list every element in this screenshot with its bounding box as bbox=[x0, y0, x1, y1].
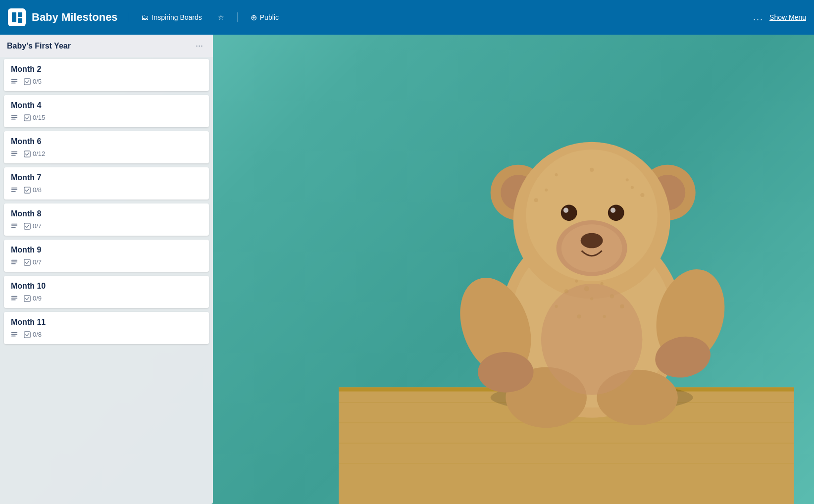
list-panel: Baby's First Year ··· Month 2 bbox=[0, 35, 213, 504]
card-month9[interactable]: Month 9 0/7 bbox=[4, 240, 209, 272]
app-title: Baby Milestones bbox=[32, 11, 118, 24]
description-icon bbox=[11, 223, 18, 230]
card-title: Month 10 bbox=[11, 282, 202, 291]
card-title: Month 7 bbox=[11, 173, 202, 182]
card-meta: 0/7 bbox=[11, 222, 202, 230]
svg-point-34 bbox=[555, 305, 558, 308]
card-month6[interactable]: Month 6 0/12 bbox=[4, 131, 209, 163]
svg-point-35 bbox=[620, 304, 624, 308]
list-menu-button[interactable]: ··· bbox=[193, 40, 206, 52]
card-title: Month 11 bbox=[11, 318, 202, 327]
svg-rect-61 bbox=[24, 187, 30, 193]
card-title: Month 4 bbox=[11, 101, 202, 110]
svg-rect-70 bbox=[11, 296, 17, 297]
app-logo[interactable] bbox=[8, 8, 26, 26]
description-icon bbox=[11, 295, 18, 302]
card-title: Month 2 bbox=[11, 65, 202, 74]
svg-rect-75 bbox=[11, 334, 17, 335]
card-month4[interactable]: Month 4 0/15 bbox=[4, 95, 209, 127]
checklist-count: 0/15 bbox=[33, 114, 45, 121]
public-button[interactable]: ⊕ Public bbox=[246, 10, 284, 25]
card-month2[interactable]: Month 2 0/5 bbox=[4, 59, 209, 91]
svg-point-38 bbox=[603, 315, 606, 318]
checklist-icon: 0/15 bbox=[24, 114, 45, 121]
svg-rect-56 bbox=[11, 154, 16, 155]
card-meta: 0/5 bbox=[11, 78, 202, 85]
inspiring-boards-button[interactable]: 🗂 Inspiring Boards bbox=[136, 10, 207, 25]
svg-rect-50 bbox=[11, 115, 17, 116]
svg-rect-77 bbox=[24, 331, 30, 337]
svg-point-43 bbox=[555, 173, 558, 176]
svg-rect-47 bbox=[11, 81, 17, 82]
svg-rect-71 bbox=[11, 298, 17, 299]
svg-point-30 bbox=[575, 280, 578, 283]
svg-point-25 bbox=[561, 204, 577, 221]
svg-rect-67 bbox=[11, 261, 17, 262]
description-icon bbox=[11, 78, 18, 85]
description-icon bbox=[11, 151, 18, 157]
svg-point-33 bbox=[610, 294, 614, 298]
checklist-icon: 0/7 bbox=[24, 258, 42, 266]
svg-rect-57 bbox=[24, 151, 30, 156]
checklist-count: 0/9 bbox=[33, 295, 42, 302]
description-icon bbox=[11, 114, 18, 121]
card-title: Month 9 bbox=[11, 246, 202, 254]
svg-point-44 bbox=[626, 178, 629, 181]
checklist-icon: 0/8 bbox=[24, 331, 42, 338]
checklist-icon: 0/9 bbox=[24, 295, 42, 302]
checklist-icon: 0/7 bbox=[24, 222, 42, 230]
svg-rect-62 bbox=[11, 223, 17, 224]
svg-rect-64 bbox=[11, 227, 16, 228]
cards-container[interactable]: Month 2 0/5 Month 4 bbox=[0, 57, 213, 504]
svg-rect-52 bbox=[11, 118, 16, 119]
inspiring-boards-label: Inspiring Boards bbox=[152, 13, 202, 21]
card-meta: 0/8 bbox=[11, 331, 202, 338]
checklist-icon: 0/8 bbox=[24, 186, 42, 194]
svg-rect-73 bbox=[24, 295, 30, 301]
svg-point-40 bbox=[545, 189, 548, 192]
card-meta: 0/8 bbox=[11, 186, 202, 194]
card-month7[interactable]: Month 7 0/8 bbox=[4, 167, 209, 200]
checklist-count: 0/12 bbox=[33, 150, 45, 157]
checklist-icon: 0/12 bbox=[24, 150, 45, 157]
svg-rect-53 bbox=[24, 114, 30, 120]
card-month8[interactable]: Month 8 0/7 bbox=[4, 203, 209, 236]
globe-icon: ⊕ bbox=[251, 13, 257, 22]
checklist-count: 0/7 bbox=[33, 258, 42, 266]
star-icon: ☆ bbox=[218, 13, 224, 21]
svg-rect-72 bbox=[11, 299, 16, 300]
svg-rect-65 bbox=[24, 223, 30, 229]
star-button[interactable]: ☆ bbox=[213, 10, 229, 24]
show-menu-button[interactable]: Show Menu bbox=[769, 13, 806, 21]
teddy-bear-illustration bbox=[294, 58, 814, 504]
svg-rect-48 bbox=[11, 82, 16, 83]
board-area: Baby's First Year ··· Month 2 bbox=[0, 35, 814, 504]
svg-point-45 bbox=[590, 168, 594, 172]
svg-point-31 bbox=[584, 286, 589, 291]
header-divider bbox=[128, 12, 128, 22]
checklist-count: 0/7 bbox=[33, 222, 42, 230]
header-divider-2 bbox=[237, 12, 238, 22]
card-meta: 0/12 bbox=[11, 150, 202, 157]
board-icon: 🗂 bbox=[141, 13, 149, 22]
svg-point-41 bbox=[640, 193, 644, 197]
svg-rect-51 bbox=[11, 117, 17, 118]
public-label: Public bbox=[260, 13, 279, 21]
svg-point-24 bbox=[581, 233, 603, 249]
card-meta: 0/7 bbox=[11, 258, 202, 266]
svg-rect-74 bbox=[11, 332, 17, 333]
more-options-button[interactable]: ... bbox=[753, 12, 763, 23]
description-icon bbox=[11, 187, 18, 194]
svg-rect-60 bbox=[11, 191, 16, 192]
card-meta: 0/15 bbox=[11, 114, 202, 121]
svg-point-39 bbox=[534, 198, 538, 202]
card-month11[interactable]: Month 11 0/8 bbox=[4, 312, 209, 344]
svg-rect-68 bbox=[11, 263, 16, 264]
svg-point-19 bbox=[478, 352, 533, 393]
card-month10[interactable]: Month 10 0/9 bbox=[4, 276, 209, 308]
svg-rect-66 bbox=[11, 259, 17, 260]
checklist-count: 0/5 bbox=[33, 78, 42, 85]
svg-point-21 bbox=[541, 284, 642, 395]
svg-rect-63 bbox=[11, 225, 17, 226]
checklist-count: 0/8 bbox=[33, 186, 42, 194]
